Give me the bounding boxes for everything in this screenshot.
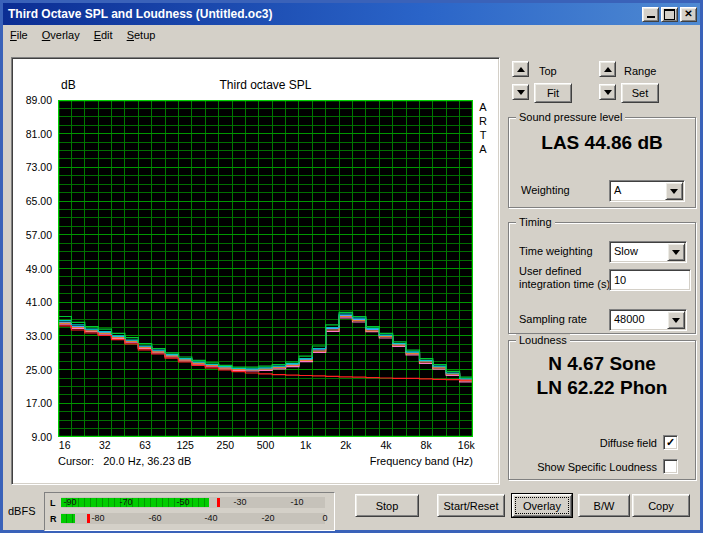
integration-time-input[interactable] bbox=[609, 269, 691, 291]
up-arrow-icon bbox=[604, 67, 612, 72]
x-tick-label: 16k bbox=[458, 439, 475, 451]
meter-scale-label: -80 bbox=[91, 513, 104, 524]
meter-scale-label: -30 bbox=[233, 497, 246, 508]
diffuse-field-checkbox[interactable]: ✓ bbox=[663, 435, 678, 450]
weighting-dropdown-button[interactable] bbox=[665, 182, 683, 200]
spl-plot[interactable] bbox=[58, 100, 473, 437]
meter-bar: -80-60-40-200 bbox=[61, 513, 325, 524]
menu-item-overlay[interactable]: Overlay bbox=[35, 27, 87, 43]
maximize-icon bbox=[664, 9, 675, 20]
maximize-button[interactable] bbox=[661, 7, 678, 22]
x-axis-label: Frequency band (Hz) bbox=[58, 455, 473, 467]
x-tick-label: 250 bbox=[217, 439, 235, 451]
meter-scale-label: -70 bbox=[119, 497, 132, 508]
y-tick-label: 81.00 bbox=[26, 128, 52, 140]
y-tick-label: 41.00 bbox=[26, 296, 52, 308]
sampling-rate-value: 48000 bbox=[614, 313, 645, 325]
minimize-icon bbox=[647, 16, 655, 18]
spl-group-title: Sound pressure level bbox=[516, 111, 625, 123]
arta-watermark: ARTA bbox=[475, 100, 491, 156]
range-label: Range bbox=[624, 65, 656, 77]
y-tick-label: 9.00 bbox=[32, 431, 52, 443]
timing-group-title: Timing bbox=[516, 216, 555, 228]
meter-row-l: L-90-70-50-30-10 bbox=[45, 497, 334, 509]
fit-button[interactable]: Fit bbox=[534, 83, 572, 103]
y-tick-label: 49.00 bbox=[26, 263, 52, 275]
x-tick-label: 63 bbox=[139, 439, 151, 451]
meter-scale-label: 0 bbox=[322, 513, 327, 524]
dbfs-label: dBFS bbox=[8, 505, 36, 517]
meter-scale-label: -60 bbox=[148, 513, 161, 524]
meter-peak-marker bbox=[87, 514, 90, 523]
weighting-label: Weighting bbox=[521, 184, 570, 196]
chart-title: Third octave SPL bbox=[58, 78, 473, 92]
arta-letter: T bbox=[475, 128, 491, 142]
range-down-button[interactable] bbox=[599, 84, 616, 100]
copy-button[interactable]: Copy bbox=[632, 494, 690, 517]
menu-item-file[interactable]: File bbox=[3, 27, 35, 43]
meter-peak-marker bbox=[217, 498, 220, 507]
close-button[interactable]: ✕ bbox=[680, 7, 697, 22]
sampling-rate-dropdown-button[interactable] bbox=[667, 311, 685, 329]
menu-item-edit[interactable]: Edit bbox=[87, 27, 120, 43]
spl-value: LAS 44.86 dB bbox=[509, 132, 695, 154]
arta-letter: A bbox=[475, 100, 491, 114]
y-tick-label: 17.00 bbox=[26, 397, 52, 409]
chevron-down-icon bbox=[672, 250, 680, 255]
time-weighting-dropdown-button[interactable] bbox=[667, 243, 685, 261]
window-title: Third Octave SPL and Loudness (Untitled.… bbox=[3, 7, 642, 21]
loudness-group-title: Loudness bbox=[516, 334, 570, 346]
show-specific-loudness-label: Show Specific Loudness bbox=[509, 461, 657, 473]
channel-label: R bbox=[50, 514, 57, 524]
close-icon: ✕ bbox=[684, 9, 692, 19]
overlay-button[interactable]: Overlay bbox=[512, 494, 572, 517]
stop-button[interactable]: Stop bbox=[355, 494, 419, 517]
titlebar[interactable]: Third Octave SPL and Loudness (Untitled.… bbox=[3, 3, 700, 25]
sampling-rate-label: Sampling rate bbox=[519, 313, 587, 325]
minimize-button[interactable] bbox=[642, 7, 659, 22]
meter-row-r: R-80-60-40-200 bbox=[45, 513, 334, 525]
level-meter: L-90-70-50-30-10R-80-60-40-200 bbox=[44, 492, 335, 531]
show-specific-loudness-checkbox[interactable] bbox=[663, 459, 678, 474]
timing-group: Timing Time weighting Slow User defined … bbox=[508, 222, 696, 334]
loudness-ln-value: LN 62.22 Phon bbox=[509, 377, 695, 399]
start-reset-button[interactable]: Start/Reset bbox=[437, 494, 505, 517]
set-button[interactable]: Set bbox=[621, 83, 659, 103]
down-arrow-icon bbox=[604, 90, 612, 95]
x-tick-label: 8k bbox=[421, 439, 432, 451]
y-tick-label: 73.00 bbox=[26, 161, 52, 173]
meter-scale-label: -20 bbox=[261, 513, 274, 524]
x-tick-label: 4k bbox=[380, 439, 391, 451]
chart-panel: dB Third octave SPL ARTA 89.0081.0073.00… bbox=[11, 57, 500, 485]
y-tick-label: 33.00 bbox=[26, 330, 52, 342]
top-up-button[interactable] bbox=[512, 61, 529, 77]
y-tick-label: 89.00 bbox=[26, 94, 52, 106]
meter-scale-label: -50 bbox=[176, 497, 189, 508]
time-weighting-value: Slow bbox=[614, 245, 638, 257]
time-weighting-select[interactable]: Slow bbox=[609, 241, 687, 263]
top-down-button[interactable] bbox=[512, 84, 529, 100]
time-weighting-label: Time weighting bbox=[519, 245, 593, 257]
meter-bar: -90-70-50-30-10 bbox=[61, 497, 325, 508]
weighting-select[interactable]: A bbox=[609, 180, 685, 202]
b-w-button[interactable]: B/W bbox=[578, 494, 630, 517]
sampling-rate-select[interactable]: 48000 bbox=[609, 309, 687, 331]
loudness-group: Loudness N 4.67 Sone LN 62.22 Phon Diffu… bbox=[508, 340, 696, 480]
x-tick-label: 32 bbox=[99, 439, 111, 451]
up-arrow-icon bbox=[517, 67, 525, 72]
menu-item-setup[interactable]: Setup bbox=[120, 27, 163, 43]
x-tick-label: 2k bbox=[340, 439, 351, 451]
top-label: Top bbox=[539, 65, 557, 77]
diffuse-field-label: Diffuse field bbox=[509, 437, 657, 449]
chevron-down-icon bbox=[672, 318, 680, 323]
x-tick-label: 1k bbox=[300, 439, 311, 451]
spl-group: Sound pressure level LAS 44.86 dB Weight… bbox=[508, 117, 696, 208]
down-arrow-icon bbox=[517, 90, 525, 95]
menu-bar: FileOverlayEditSetup bbox=[3, 25, 700, 44]
arta-letter: A bbox=[475, 142, 491, 156]
y-axis: 89.0081.0073.0065.0057.0049.0041.0033.00… bbox=[12, 100, 55, 437]
range-up-button[interactable] bbox=[599, 61, 616, 77]
x-axis: 1632631252505001k2k4k8k16k bbox=[58, 439, 473, 451]
x-tick-label: 500 bbox=[257, 439, 275, 451]
y-tick-label: 25.00 bbox=[26, 364, 52, 376]
